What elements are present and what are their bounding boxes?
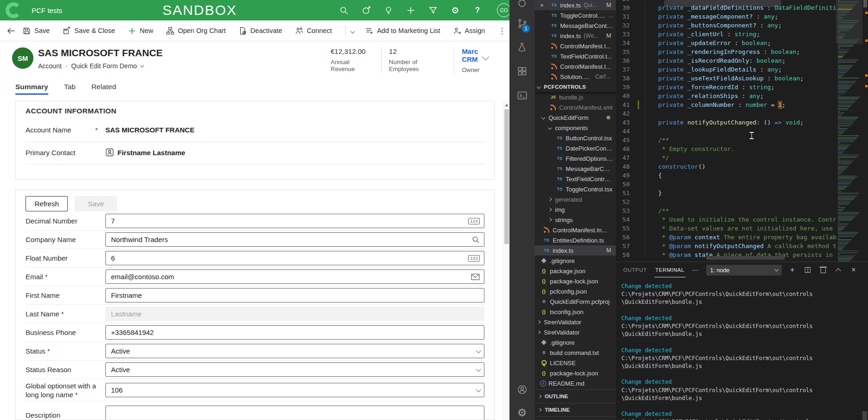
tree-item-tsconfig.json[interactable]: {}tsconfig.json — [535, 307, 616, 317]
tree-item-togglecontrol.tsx[interactable]: TSToggleControl.tsx — [535, 184, 616, 194]
settings-gear-icon[interactable]: ⚙ — [509, 402, 535, 420]
lookup-search-icon[interactable] — [472, 236, 480, 243]
tree-item-build-command.txt[interactable]: ≡build command.txt — [535, 348, 616, 358]
field-value[interactable]: SAS MICROSOFT FRANCE — [105, 126, 195, 134]
open-editor-item[interactable]: TSTextFieldControl.t... — [535, 51, 616, 61]
tree-item-package-lock.json[interactable]: {}package-lock.json — [535, 368, 616, 378]
command-connect[interactable]: Connect — [295, 27, 332, 35]
filter-icon[interactable] — [428, 6, 437, 15]
tree-item-bundle.js[interactable]: JSbundle.js — [535, 92, 616, 102]
command-save[interactable]: Save — [23, 27, 50, 35]
tab-terminal[interactable]: TERMINAL — [654, 263, 685, 277]
open-editor-item[interactable]: TSindex.ts(Wo...M — [535, 31, 616, 41]
open-editor-item[interactable]: Solution.xmlCarfu... — [535, 72, 616, 82]
scrollbar-up-arrow[interactable] — [505, 104, 509, 106]
new-terminal-icon[interactable]: + — [789, 266, 796, 274]
crm-app-name[interactable]: PCF tests — [32, 7, 62, 14]
more-commands-button[interactable]: ⋮ — [498, 26, 506, 36]
tree-item-package.json[interactable]: {}package.json — [535, 266, 616, 276]
text-control[interactable] — [105, 288, 484, 302]
extensions-grid-icon[interactable] — [509, 61, 535, 81]
tree-item-textfieldcontrol.tsx[interactable]: TSTextFieldControl.tsx — [535, 174, 616, 184]
tree-item-quickeditform[interactable]: QuickEditForm — [535, 112, 616, 123]
maximize-panel-icon[interactable] — [835, 266, 842, 274]
field-input-first-name[interactable] — [106, 291, 484, 299]
tree-item-sirenvalidator[interactable]: SirenValidator — [535, 317, 616, 327]
tree-item-pcfconfig.json[interactable]: {}pcfconfig.json — [535, 286, 616, 296]
field-primary-contact[interactable]: Primary Contact Firstname Lastname — [26, 144, 485, 160]
email-control[interactable] — [105, 269, 484, 284]
help-icon[interactable]: ? — [473, 6, 482, 15]
refresh-button[interactable]: Refresh — [26, 196, 68, 211]
back-button[interactable] — [7, 27, 15, 35]
select-control[interactable] — [105, 383, 484, 397]
text-control[interactable] — [105, 307, 484, 321]
section-timeline[interactable]: TIMELINE — [535, 403, 616, 416]
tree-item-readme.md[interactable]: iREADME.md — [535, 378, 616, 388]
lightbulb-icon[interactable] — [384, 6, 393, 15]
target-icon[interactable] — [361, 6, 371, 15]
tree-item-package-lock.json[interactable]: {}package-lock.json — [535, 276, 616, 286]
terminal-select[interactable]: 1: node — [706, 265, 782, 276]
save-form-button[interactable]: Save — [75, 196, 117, 211]
tree-item-index.ts[interactable]: TSindex.tsM — [535, 245, 616, 256]
open-editor-item[interactable]: TSMessageBarContr... — [535, 20, 616, 31]
section-outline[interactable]: OUTLINE — [535, 389, 616, 403]
form-selector[interactable]: Quick Edit Form Demo — [71, 62, 137, 70]
open-editor-item[interactable]: ×TSindex.tsQui...M — [535, 0, 616, 10]
command-new[interactable]: New — [128, 27, 153, 35]
tree-item-messagebarcontr...[interactable]: TSMessageBarContr... — [535, 164, 616, 174]
tree-item-.gitignore[interactable]: .gitignore — [535, 256, 616, 266]
editor-scrollbar[interactable] — [862, 0, 868, 262]
command-deactivate[interactable]: Deactivate — [239, 27, 282, 35]
editor-horizontal-scrollbar[interactable] — [706, 256, 785, 260]
command-open-org-chart[interactable]: Open Org Chart — [166, 27, 226, 35]
source-control-icon[interactable]: 1 — [509, 13, 535, 33]
tab-tab[interactable]: Tab — [64, 83, 76, 95]
crm-logo-icon[interactable] — [6, 2, 21, 18]
email-icon[interactable] — [471, 274, 480, 280]
explorer-root-header[interactable]: PCFCONTROLS — [535, 82, 616, 92]
form-selector-chevron-icon[interactable] — [140, 63, 144, 67]
field-value[interactable]: Firstname Lastname — [105, 148, 185, 157]
field-input-company-name[interactable] — [106, 236, 484, 243]
section-npm-scripts[interactable]: NPM SCRIPTS — [535, 416, 616, 420]
tab-related[interactable]: Related — [91, 83, 116, 95]
tree-item-controlmanifest.xml[interactable]: ControlManifest.xml — [535, 102, 616, 112]
tree-item-siretvalidator[interactable]: SiretValidator — [535, 327, 616, 337]
textarea-control[interactable] — [105, 406, 484, 420]
record-avatar[interactable]: SM — [12, 47, 33, 69]
kill-terminal-icon[interactable] — [819, 266, 827, 274]
field-input-global-optionset-with-a-long-long-name[interactable] — [106, 386, 484, 394]
scrollbar-thumb[interactable] — [504, 109, 509, 244]
command-assign[interactable]: Assign — [453, 27, 485, 35]
select-control[interactable] — [105, 344, 484, 358]
open-editor-item[interactable]: ControlManifest.I... — [535, 61, 616, 72]
field-input-float-number[interactable] — [106, 254, 484, 262]
owner-link[interactable]: Marc CRM — [462, 47, 495, 63]
tab-output[interactable]: OUTPUT — [622, 263, 648, 277]
number-control[interactable]: 123 — [105, 214, 484, 228]
minimap[interactable] — [836, 0, 862, 262]
tree-item-datepickercontro...[interactable]: TSDatePickerContro... — [535, 143, 616, 153]
close-icon[interactable]: × — [540, 2, 544, 9]
panel-scrollbar-thumb[interactable] — [862, 411, 867, 420]
field-input-email[interactable] — [106, 273, 484, 281]
open-editor-item[interactable]: TSToggleControl.tsx... — [535, 10, 616, 20]
tree-item-entitiesdefinition.ts[interactable]: TSEntitiesDefinition.ts — [535, 235, 616, 245]
panel-more-icon[interactable]: ⋯ — [692, 266, 699, 274]
select-control[interactable] — [105, 362, 484, 377]
editor-scrollbar-thumb[interactable] — [863, 0, 867, 7]
tree-item-buttoncontrol.tsx[interactable]: TSButtonControl.tsx — [535, 133, 616, 143]
field-input-last-name[interactable] — [106, 310, 484, 318]
terminal-output[interactable]: Change detected C:\Projets\CRM\PCF\PCFCo… — [621, 282, 863, 420]
tree-item-.gitignore[interactable]: .gitignore — [535, 337, 616, 348]
tree-item-components[interactable]: components — [535, 123, 616, 133]
crm-vertical-scrollbar[interactable] — [503, 101, 509, 420]
tree-item-img[interactable]: img — [535, 204, 616, 215]
field-input-description[interactable] — [106, 406, 484, 414]
tab-summary[interactable]: Summary — [15, 83, 48, 95]
tree-item-controlmanifest.in...[interactable]: ControlManifest.In... — [535, 225, 616, 235]
plus-icon[interactable] — [406, 6, 415, 15]
tree-item-filteredoptionset...[interactable]: TSFilteredOptionset... — [535, 153, 616, 164]
